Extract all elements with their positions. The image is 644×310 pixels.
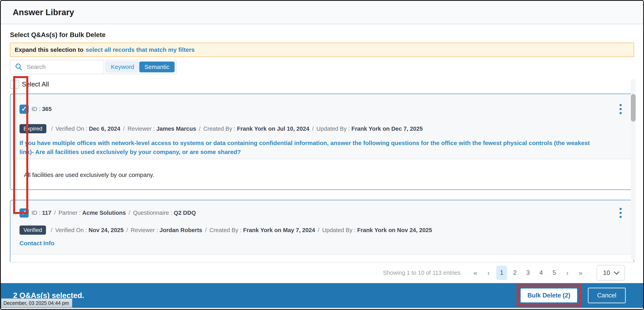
page-header: Answer Library <box>1 1 643 24</box>
qa-card-365: ID : 365 Expired / Verified On : Dec 6, … <box>10 94 634 190</box>
meta-label: Created By : <box>204 126 236 132</box>
expand-selection-banner: Expand this selection to select all reco… <box>10 43 634 57</box>
meta-label: Questionnaire : <box>133 210 172 216</box>
question-link[interactable]: If you have multiple offices with networ… <box>20 138 624 156</box>
id-value: 365 <box>42 106 52 112</box>
separator: / <box>199 126 200 132</box>
separator: / <box>318 227 320 233</box>
select-all-row: Select All <box>10 80 634 89</box>
bulk-action-bar: 2 Q&As(s) selected. Bulk Delete (2) Canc… <box>1 283 643 308</box>
page-button-1[interactable]: 1 <box>496 265 507 280</box>
contact-info-link[interactable]: Contact Info <box>20 240 54 247</box>
pagination-summary: Showing 1 to 10 of 113 entries <box>383 269 460 276</box>
meta-value: Jordan Roberts <box>160 227 202 233</box>
id-label: ID : <box>32 210 40 216</box>
separator: / <box>205 227 206 233</box>
meta-value: Dec 6, 2024 <box>89 126 120 132</box>
meta-value: Frank York on Dec 7, 2025 <box>352 126 423 132</box>
qa-365-checkbox[interactable] <box>20 105 29 114</box>
prev-page-button[interactable]: ‹ <box>483 265 494 280</box>
search-toolbar: Keyword Semantic <box>10 60 177 74</box>
search-icon <box>15 63 23 71</box>
select-all-records-link[interactable]: select all records that match my filters <box>86 47 195 53</box>
kebab-menu-icon[interactable] <box>617 103 624 115</box>
semantic-mode-button[interactable]: Semantic <box>139 62 174 72</box>
page-button-3[interactable]: 3 <box>522 265 533 280</box>
meta-value: James Marcus <box>156 126 196 132</box>
answer-library-window: Answer Library Select Q&As(s) for Bulk D… <box>0 0 644 310</box>
status-badge: Expired <box>20 124 46 133</box>
page-size-select[interactable]: 10 <box>597 265 625 280</box>
answer-area-clipped <box>10 255 634 262</box>
meta-label: Reviewer : <box>131 227 158 233</box>
meta-value: Frank York on May 7, 2024 <box>243 227 315 233</box>
qa-117-checkbox[interactable] <box>20 208 29 218</box>
search-input[interactable] <box>27 64 86 70</box>
meta-label: Verified On : <box>56 126 87 132</box>
meta-value: Nov 24, 2025 <box>88 227 124 233</box>
meta-value: Q2 DDQ <box>174 210 196 216</box>
page-button-5[interactable]: 5 <box>549 265 560 280</box>
bulk-delete-heading: Select Q&As(s) for Bulk Delete <box>10 31 634 39</box>
answer-text: All facilities are used exclusively by o… <box>10 159 634 189</box>
first-page-button[interactable]: « <box>470 265 481 280</box>
separator: / <box>51 126 53 132</box>
page-title: Answer Library <box>13 8 74 17</box>
kebab-menu-icon[interactable] <box>617 207 624 219</box>
main-content: Select Q&As(s) for Bulk Delete Expand th… <box>1 31 643 283</box>
id-label: ID : <box>32 106 40 112</box>
datetime-tooltip: December, 03 2025 04:44 pm <box>1 298 72 307</box>
search-mode-toggle: Keyword Semantic <box>105 61 175 73</box>
select-all-label: Select All <box>22 81 49 88</box>
page-button-4[interactable]: 4 <box>536 265 546 280</box>
meta-label: Created By : <box>209 227 242 233</box>
separator: / <box>51 227 52 233</box>
separator: / <box>126 227 128 233</box>
cancel-button[interactable]: Cancel <box>588 288 626 303</box>
select-all-checkbox[interactable] <box>10 80 19 89</box>
separator: / <box>54 210 56 216</box>
meta-label: Partner : <box>58 210 80 216</box>
bottom-strip <box>1 308 643 310</box>
separator: / <box>312 126 314 132</box>
id-value: 117 <box>42 210 51 216</box>
meta-label: Verified On : <box>55 227 87 233</box>
last-page-button[interactable]: » <box>575 265 586 280</box>
meta-value: Acme Solutions <box>82 210 126 216</box>
separator: / <box>128 210 130 216</box>
chevron-down-icon <box>614 269 619 275</box>
meta-label: Reviewer : <box>128 126 155 132</box>
page-button-2[interactable]: 2 <box>510 265 520 280</box>
page-size-value: 10 <box>603 269 610 276</box>
banner-text: Expand this selection to <box>15 47 84 53</box>
meta-value: Frank York on Nov 24, 2025 <box>357 227 432 233</box>
scrollbar-thumb[interactable] <box>631 94 636 122</box>
keyword-mode-button[interactable]: Keyword <box>106 62 139 72</box>
meta-label: Updated By : <box>316 126 350 132</box>
separator: / <box>123 126 125 132</box>
meta-label: Updated By : <box>322 227 356 233</box>
annotation-bulk-delete: Bulk Delete (2) <box>517 284 581 306</box>
meta-value: Frank York on Jul 10, 2024 <box>237 126 309 132</box>
search-box[interactable] <box>10 60 104 74</box>
pagination-bar: Showing 1 to 10 of 113 entries « ‹ 1 2 3… <box>10 262 634 283</box>
bulk-delete-button[interactable]: Bulk Delete (2) <box>520 288 577 302</box>
next-page-button[interactable]: › <box>562 265 573 280</box>
status-badge: Verified <box>20 225 46 235</box>
qa-card-117: ID : 117 / Partner : Acme Solutions / Qu… <box>10 200 634 262</box>
